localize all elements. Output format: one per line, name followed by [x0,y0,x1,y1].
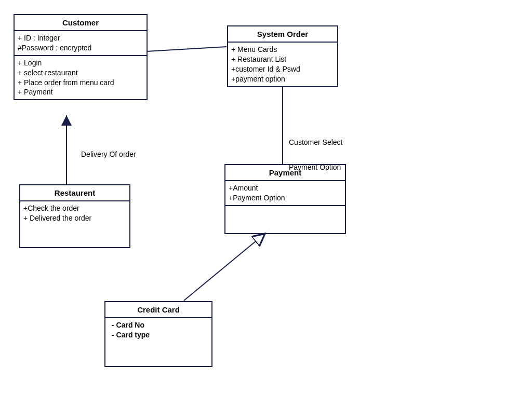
edge-creditcard-to-payment [184,234,265,301]
class-customer: Customer + ID : Integer #Password : encr… [14,14,148,100]
class-credit-card: Credit Card - Card No - Card type [104,301,212,367]
attr: + Menu Cards [231,45,334,55]
attr: +Payment Option [229,193,342,203]
class-system-order: System Order + Menu Cards + Restaurant L… [227,25,338,87]
class-customer-ops: + Login + select restaurant + Place orde… [15,56,147,100]
attr: + Delivered the order [23,213,126,223]
op: + select restaurant [18,68,143,78]
class-credit-card-attrs: - Card No - Card type [105,318,211,366]
class-restaurant-title: Restaurent [20,185,129,201]
attr: +payment option [231,74,334,84]
label-line: Payment Option [289,163,342,171]
class-system-order-title: System Order [228,26,337,43]
edge-label-select-payment: Customer Select Payment Option [289,121,342,180]
class-customer-title: Customer [15,15,147,31]
attr: + Restaurant List [231,55,334,64]
class-restaurant-attrs: +Check the order + Delivered the order [20,201,129,247]
attr: + ID : Integer [18,33,143,43]
attr: +Check the order [23,203,126,213]
class-restaurant: Restaurent +Check the order + Delivered … [19,184,130,248]
class-customer-attrs: + ID : Integer #Password : encrypted [15,31,147,56]
edge-customer-to-systemorder [147,47,227,51]
class-system-order-attrs: + Menu Cards + Restaurant List +customer… [228,43,337,86]
label-line: Customer Select [289,138,342,146]
class-credit-card-title: Credit Card [105,302,211,318]
op: + Payment [18,87,143,97]
op: + Login [18,58,143,68]
attr: #Password : encrypted [18,43,143,53]
class-payment-attrs: +Amount +Payment Option [225,181,345,206]
attr: +Amount [229,183,342,193]
attr: - Card No [109,320,208,330]
class-payment-ops [225,206,345,233]
attr: +customer Id & Pswd [231,64,334,74]
op: + Place order from menu card [18,78,143,88]
attr: - Card type [109,330,208,340]
edge-label-delivery: Delivery Of order [81,150,136,158]
